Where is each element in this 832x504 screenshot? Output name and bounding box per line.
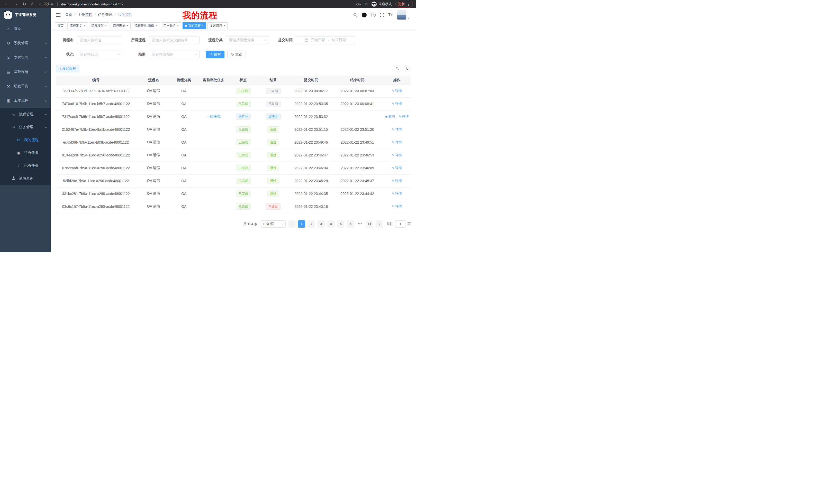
sidebar-item-process-management[interactable]: ≡ 流程管理 ∨ [0, 108, 51, 121]
detail-action-link[interactable]: ✎详情 [398, 114, 409, 119]
close-icon[interactable]: × [155, 24, 157, 27]
toggle-search-button[interactable] [394, 65, 401, 72]
tab-process-form[interactable]: 流程表单× [110, 22, 131, 29]
result-select[interactable]: 请选择流结果 [149, 51, 200, 58]
more-pages-icon[interactable]: ••• [357, 222, 363, 226]
refresh-list-button[interactable]: ↻ [404, 65, 411, 72]
cell-actions: ✎详情 [383, 200, 411, 213]
breadcrumb-item-task-management[interactable]: 任务管理 [98, 12, 112, 17]
font-size-button[interactable]: TT [388, 12, 393, 18]
submit-time-range-picker[interactable]: 开始日期 - 结束日期 [296, 36, 355, 44]
fullscreen-button[interactable] [380, 13, 384, 17]
key-icon[interactable] [356, 3, 361, 5]
sidebar-item-infrastructure[interactable]: ▤ 基础设施 ∨ [0, 65, 51, 79]
col-header-actions: 操作 [383, 76, 411, 85]
page-button-11[interactable]: 11 [366, 220, 373, 228]
close-icon[interactable]: × [202, 24, 204, 27]
detail-action-link[interactable]: ✎详情 [392, 127, 402, 132]
cell-result: 通过 [256, 136, 290, 149]
breadcrumb-item-workflow[interactable]: 工作流程 [78, 12, 92, 17]
tab-my-process[interactable]: 我的流程× [183, 22, 206, 29]
sidebar-item-task-management[interactable]: ⚐ 任务管理 ∧ [0, 121, 51, 134]
tab-home[interactable]: 首页 [55, 22, 66, 29]
detail-action-link[interactable]: ✎详情 [392, 102, 402, 106]
detail-action-link[interactable]: ✎详情 [392, 153, 402, 158]
page-button-6[interactable]: 6 [347, 220, 354, 228]
sidebar-item-my-process[interactable]: ✉ 我的流程 [0, 134, 51, 146]
status-badge: 已完成 [236, 88, 251, 94]
security-label[interactable]: 不安全 [44, 2, 54, 6]
detail-action-link[interactable]: ✎详情 [392, 178, 402, 183]
page-button-4[interactable]: 4 [327, 220, 335, 228]
message-icon: ✉ [16, 138, 22, 142]
sidebar-item-home[interactable]: ⌂ 首页 [0, 22, 51, 36]
reload-button[interactable]: ↻ [23, 2, 26, 6]
page-button-5[interactable]: 5 [337, 220, 344, 228]
back-button[interactable]: ← [5, 2, 9, 6]
cancel-icon: ⊘ [385, 115, 387, 118]
table-row: 819442e8-7b9a-11ec-a290-acde48001122 OA … [56, 149, 411, 162]
cell-status: 已完成 [230, 123, 256, 136]
sidebar-toggle-button[interactable] [56, 13, 60, 17]
address-bar[interactable]: ⚠ 不安全 dashboard.yudao.iocoder.cn/bpm/tas… [38, 2, 356, 6]
process-category-select[interactable]: 请选择流程分类 [226, 36, 269, 44]
help-icon[interactable]: ? [371, 12, 375, 17]
update-button[interactable]: 更新 ⋮ [395, 1, 413, 7]
reset-button[interactable]: ↻ 重置 [227, 51, 246, 58]
page-button-2[interactable]: 2 [308, 220, 315, 228]
close-icon[interactable]: × [224, 24, 225, 27]
goto-page-input[interactable] [395, 220, 406, 228]
close-icon[interactable]: × [177, 24, 179, 27]
divider [57, 2, 58, 6]
tab-process-definition[interactable]: 流程定义× [67, 22, 87, 29]
sidebar-item-done-tasks[interactable]: ✓ 已办任务 [0, 159, 51, 172]
browser-menu-icon[interactable]: ⋮ [407, 2, 410, 6]
cell-process-category: OA [171, 187, 197, 200]
page-button-1[interactable]: 1 [298, 220, 305, 228]
github-button[interactable] [362, 12, 367, 18]
close-icon[interactable]: × [105, 24, 107, 27]
breadcrumb-item-home[interactable]: 首页 [65, 12, 72, 17]
home-button[interactable]: ⌂ [31, 2, 33, 6]
sidebar-item-leave-query[interactable]: 请假查询 [0, 172, 51, 185]
tab-process-form-edit[interactable]: 流程表单-编辑× [132, 22, 159, 29]
start-process-button[interactable]: + 发起流程 [56, 65, 79, 72]
cell-process-name: OA 请假 [136, 200, 171, 213]
sidebar-item-system[interactable]: ⚙ 系统管理 ∨ [0, 36, 51, 50]
detail-action-link[interactable]: ✎详情 [392, 204, 402, 209]
cell-status: 已完成 [230, 187, 256, 200]
close-icon[interactable]: × [83, 24, 85, 27]
detail-action-link[interactable]: ✎详情 [392, 89, 402, 93]
cancel-action-link[interactable]: ⊘取消 [385, 114, 395, 119]
tab-user-group[interactable]: 用户分组× [161, 22, 181, 29]
user-menu[interactable] [397, 10, 410, 20]
header-search-button[interactable] [354, 13, 357, 17]
search-button[interactable]: 搜索 [206, 51, 225, 58]
table-row: 67c2eaab-7b9a-11ec-a290-acde48001122 OA … [56, 162, 411, 174]
forward-button[interactable]: → [14, 2, 18, 6]
page-size-select[interactable]: 10条/页 [260, 220, 286, 228]
status-select[interactable]: 请选择状态 [77, 51, 122, 58]
sidebar-item-workflow[interactable]: ▣ 工作流程 ∧ [0, 93, 51, 108]
page-button-3[interactable]: 3 [317, 220, 325, 228]
sidebar-item-payment[interactable]: ¥ 支付管理 ∨ [0, 50, 51, 65]
tab-process-model[interactable]: 流程模型× [89, 22, 109, 29]
close-icon[interactable]: × [127, 24, 128, 27]
next-page-button[interactable]: › [375, 220, 383, 228]
cell-actions: ✎详情 [383, 85, 411, 97]
star-icon[interactable]: ☆ [364, 2, 368, 6]
status-badge: 已完成 [236, 127, 251, 133]
process-definition-input[interactable] [149, 36, 200, 44]
sidebar-item-devtools[interactable]: ⚒ 研发工具 ∨ [0, 79, 51, 93]
refresh-icon: ↻ [406, 67, 409, 71]
sidebar-item-todo-tasks[interactable]: ◉ 待办任务 [0, 146, 51, 159]
detail-action-link[interactable]: ✎详情 [392, 140, 402, 145]
detail-action-link[interactable]: ✎详情 [392, 191, 402, 196]
prev-page-button[interactable]: ‹ [288, 220, 295, 228]
detail-action-link[interactable]: ✎详情 [392, 166, 402, 170]
app-logo[interactable]: 芋道管理系统 [0, 8, 51, 22]
tab-start-process[interactable]: 发起流程× [207, 22, 228, 29]
current-task-link[interactable]: 一级审批 [206, 114, 220, 118]
process-name-input[interactable] [77, 36, 122, 44]
cell-submit-time: 2022-01-22 23:46:47 [290, 149, 332, 162]
